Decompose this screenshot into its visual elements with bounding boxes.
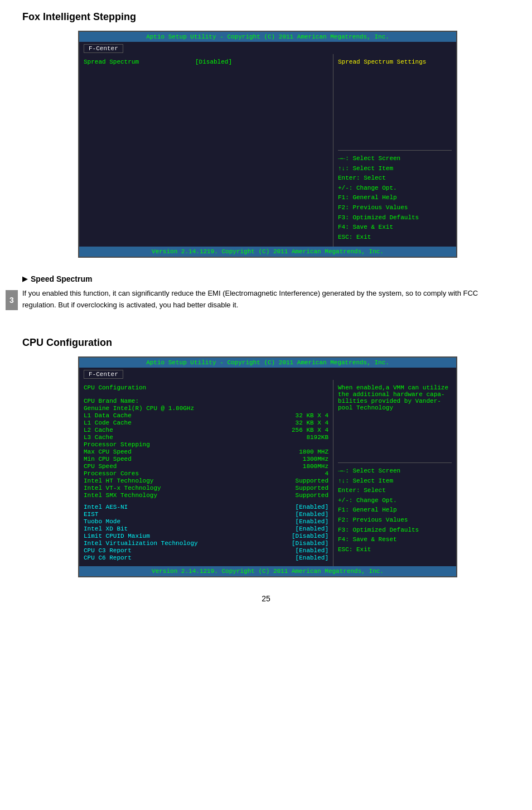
processor-cores-value: 4	[325, 470, 328, 477]
aes-ni-row[interactable]: Intel AES-NI [Enabled]	[84, 504, 328, 510]
ht-technology-row: Intel HT Technology Supported	[84, 478, 328, 484]
help-line5: F1: General Help	[338, 193, 452, 203]
bios-footer-2: Version 2.14.1219. Copyright (C) 2011 Am…	[79, 566, 456, 576]
l1-code-cache-label: L1 Code Cache	[84, 420, 132, 426]
cpu-c6-label: CPU C6 Report	[84, 555, 132, 561]
limit-cpuid-value: [Disabled]	[292, 533, 328, 539]
cpu-desc-line3: bilities provided by Vander-	[338, 398, 452, 404]
help-line1: →←: Select Screen	[338, 154, 452, 164]
bios-tab-2[interactable]: F-Center	[84, 370, 123, 379]
help-line3: Enter: Select	[338, 173, 452, 184]
l1-data-cache-label: L1 Data Cache	[84, 412, 132, 419]
processor-cores-label: Processor Cores	[84, 470, 139, 477]
aes-ni-value: [Enabled]	[296, 504, 328, 510]
cpu-model-row: Genuine Intel(R) CPU @ 1.80GHz	[84, 405, 328, 412]
cpu-help-line6: F2: Previous Values	[338, 515, 452, 525]
spread-spectrum-value: [Disabled]	[195, 59, 232, 65]
speed-spectrum-section: Speed Spectrum If you enabled this funct…	[22, 274, 510, 311]
cpu-c3-label: CPU C3 Report	[84, 547, 132, 554]
cpu-speed-label: CPU Speed	[84, 463, 117, 470]
limit-cpuid-row[interactable]: Limit CPUID Maxium [Disabled]	[84, 533, 328, 539]
cpu-c3-value: [Enabled]	[296, 547, 328, 554]
bios-box-1: Aptio Setup Utility - Copyright (C) 2011…	[78, 31, 457, 258]
bios-right-title-1: Spread Spectrum Settings	[338, 59, 452, 65]
cpu-help-line8: F4: Save & Reset	[338, 535, 452, 545]
l3-cache-row: L3 Cache 8192KB	[84, 434, 328, 441]
processor-cores-row: Processor Cores 4	[84, 470, 328, 477]
cpu-help-line2: ↑↓: Select Item	[338, 476, 452, 486]
aes-ni-label: Intel AES-NI	[84, 504, 128, 510]
cpu-config-header: CPU Configuration	[84, 384, 328, 391]
help-line9: ESC: Exit	[338, 233, 452, 243]
bios-tab-1[interactable]: F-Center	[84, 44, 123, 53]
max-cpu-speed-row: Max CPU Speed 1800 MHZ	[84, 449, 328, 455]
ht-technology-value: Supported	[296, 478, 328, 484]
virt-tech-value: [Disabled]	[292, 540, 328, 547]
cpu-desc-line1: When enabled,a VMM can utilize	[338, 384, 452, 391]
cpu-desc-line2: the additional hardware capa-	[338, 391, 452, 398]
cpu-c3-row[interactable]: CPU C3 Report [Enabled]	[84, 547, 328, 554]
speed-spectrum-title: Speed Spectrum	[22, 274, 510, 283]
tuobo-mode-label: Tuobo Mode	[84, 518, 120, 525]
smx-technology-row: Intel SMX Technology Supported	[84, 492, 328, 499]
speed-spectrum-text: If you enabled this function, it can sig…	[22, 288, 510, 311]
cpu-help-line4: +/-: Change Opt.	[338, 496, 452, 506]
l1-code-cache-value: 32 KB X 4	[296, 420, 328, 426]
bios-right-panel-2: When enabled,a VMM can utilize the addit…	[333, 380, 456, 566]
cpu-help-line9: ESC: Exit	[338, 545, 452, 555]
eist-label: EIST	[84, 511, 98, 518]
limit-cpuid-label: Limit CPUID Maxium	[84, 533, 150, 539]
l1-data-cache-value: 32 KB X 4	[296, 412, 328, 419]
eist-row[interactable]: EIST [Enabled]	[84, 511, 328, 518]
vtx-technology-label: Intel VT-x Technology	[84, 485, 161, 491]
vtx-technology-row: Intel VT-x Technology Supported	[84, 485, 328, 491]
virt-tech-row[interactable]: Intel Virtualization Technology [Disable…	[84, 540, 328, 547]
xd-bit-value: [Enabled]	[296, 525, 328, 532]
bios-header-1: Aptio Setup Utility - Copyright (C) 2011…	[79, 32, 456, 42]
bios-left-panel-2: CPU Configuration CPU Brand Name: Genuin…	[79, 380, 333, 566]
l2-cache-row: L2 Cache 256 KB X 4	[84, 427, 328, 433]
l2-cache-label: L2 Cache	[84, 427, 113, 433]
help-line8: F4: Save & Exit	[338, 223, 452, 233]
min-cpu-speed-label: Min CPU Speed	[84, 456, 132, 462]
cpu-brand-name-label: CPU Brand Name:	[84, 398, 139, 404]
help-line2: ↑↓: Select Item	[338, 164, 452, 174]
min-cpu-speed-row: Min CPU Speed 1300MHz	[84, 456, 328, 462]
l2-cache-value: 256 KB X 4	[292, 427, 328, 433]
bios-help-1: →←: Select Screen ↑↓: Select Item Enter:…	[338, 154, 452, 242]
max-cpu-speed-label: Max CPU Speed	[84, 449, 132, 455]
side-number: 3	[6, 290, 18, 310]
bios-divider-1	[338, 150, 452, 151]
cpu-brand-name-row: CPU Brand Name:	[84, 398, 328, 404]
help-line4: +/-: Change Opt.	[338, 184, 452, 194]
cpu-speed-value: 1800MHz	[303, 463, 328, 470]
max-cpu-speed-value: 1800 MHZ	[299, 449, 328, 455]
tuobo-mode-row[interactable]: Tuobo Mode [Enabled]	[84, 518, 328, 525]
bios-box-2: Aptio Setup Utility - Copyright (C) 2011…	[78, 356, 457, 577]
tuobo-mode-value: [Enabled]	[296, 518, 328, 525]
cpu-help-line3: Enter: Select	[338, 486, 452, 496]
cpu-help-line7: F3: Optimized Defaults	[338, 525, 452, 536]
cpu-help-line5: F1: General Help	[338, 505, 452, 515]
bios-header-2: Aptio Setup Utility - Copyright (C) 2011…	[79, 358, 456, 368]
l3-cache-value: 8192KB	[306, 434, 328, 441]
cpu-c6-row[interactable]: CPU C6 Report [Enabled]	[84, 555, 328, 561]
xd-bit-row[interactable]: Intel XD Bit [Enabled]	[84, 525, 328, 532]
help-line7: F3: Optimized Defaults	[338, 213, 452, 223]
page-number: 25	[22, 594, 510, 603]
section2-title: CPU Configuration	[22, 337, 510, 349]
l1-code-cache-row: L1 Code Cache 32 KB X 4	[84, 420, 328, 426]
xd-bit-label: Intel XD Bit	[84, 525, 128, 532]
help-line6: F2: Previous Values	[338, 203, 452, 213]
cpu-c6-value: [Enabled]	[296, 555, 328, 561]
spread-spectrum-row[interactable]: Spread Spectrum [Disabled]	[84, 59, 328, 65]
spread-spectrum-label: Spread Spectrum	[84, 59, 195, 65]
processor-stepping-row: Processor Stepping	[84, 441, 328, 448]
virt-tech-label: Intel Virtualization Technology	[84, 540, 198, 547]
eist-value: [Enabled]	[296, 511, 328, 518]
ht-technology-label: Intel HT Technology	[84, 478, 153, 484]
bios-divider-2	[338, 462, 452, 463]
cpu-help-line1: →←: Select Screen	[338, 466, 452, 476]
l1-data-cache-row: L1 Data Cache 32 KB X 4	[84, 412, 328, 419]
cpu-desc-line4: pool Technology	[338, 404, 452, 411]
